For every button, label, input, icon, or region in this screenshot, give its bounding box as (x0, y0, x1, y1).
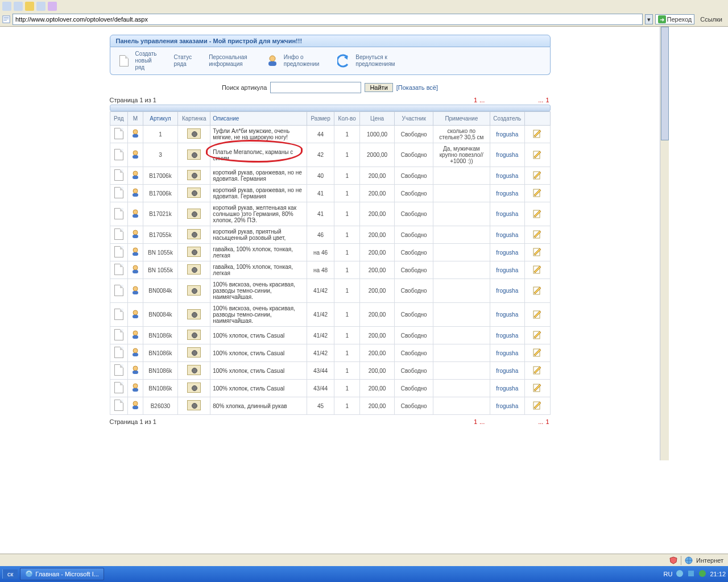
document-icon[interactable] (114, 169, 123, 181)
camera-icon[interactable] (187, 264, 201, 275)
camera-icon[interactable] (187, 188, 201, 198)
user-icon[interactable] (131, 174, 140, 181)
creator-link[interactable]: frogusha (496, 311, 518, 318)
edit-icon[interactable] (533, 369, 542, 376)
creator-link[interactable]: frogusha (496, 250, 518, 256)
edit-icon[interactable] (533, 133, 542, 139)
camera-icon[interactable] (187, 365, 201, 375)
camera-icon[interactable] (187, 209, 201, 219)
creator-link[interactable]: frogusha (496, 403, 518, 409)
search-input[interactable] (270, 82, 361, 93)
document-icon[interactable] (114, 264, 123, 275)
creator-link[interactable]: frogusha (496, 152, 518, 158)
address-input[interactable] (13, 14, 643, 25)
toolbar-icon[interactable] (2, 2, 11, 11)
document-icon[interactable] (114, 309, 123, 320)
user-icon[interactable] (131, 387, 140, 393)
go-button[interactable]: ➜Переход (655, 14, 695, 24)
user-icon[interactable] (131, 369, 140, 376)
user-icon[interactable] (131, 213, 140, 219)
search-button[interactable]: Найти (365, 83, 392, 92)
edit-icon[interactable] (533, 251, 542, 257)
pager-first[interactable]: 1 (473, 418, 478, 425)
creator-link[interactable]: frogusha (496, 232, 518, 238)
document-icon[interactable] (114, 187, 123, 198)
camera-icon[interactable] (187, 170, 201, 180)
camera-icon[interactable] (187, 149, 201, 160)
edit-icon[interactable] (533, 269, 542, 275)
user-icon[interactable] (131, 133, 140, 139)
creator-link[interactable]: frogusha (496, 288, 518, 294)
menu-create-row[interactable]: Создать новый ряд (113, 49, 160, 72)
user-icon[interactable] (131, 334, 140, 340)
edit-icon[interactable] (533, 334, 542, 340)
toolbar-icon[interactable] (25, 2, 34, 11)
document-icon[interactable] (114, 364, 123, 376)
document-icon[interactable] (114, 285, 123, 296)
camera-icon[interactable] (187, 285, 201, 296)
creator-link[interactable]: frogusha (496, 267, 518, 273)
document-icon[interactable] (114, 382, 123, 393)
camera-icon[interactable] (187, 347, 201, 357)
camera-icon[interactable] (187, 383, 201, 393)
creator-link[interactable]: frogusha (496, 190, 518, 197)
toolbar-icon[interactable] (36, 2, 46, 11)
document-icon[interactable] (114, 128, 123, 139)
edit-icon[interactable] (533, 387, 542, 393)
document-icon[interactable] (114, 347, 123, 358)
user-icon[interactable] (131, 251, 140, 257)
pager-first[interactable]: 1 (473, 97, 478, 103)
document-icon[interactable] (114, 246, 123, 257)
edit-icon[interactable] (533, 314, 542, 320)
edit-icon[interactable] (533, 174, 542, 181)
show-all-link[interactable]: [Показать всё] (396, 84, 438, 91)
document-icon[interactable] (114, 149, 123, 160)
camera-icon[interactable] (187, 309, 201, 319)
creator-link[interactable]: frogusha (496, 350, 518, 356)
user-icon[interactable] (131, 154, 140, 160)
document-icon[interactable] (114, 228, 123, 240)
camera-icon[interactable] (187, 229, 201, 239)
menu-status[interactable]: Статус ряда (171, 53, 196, 69)
user-icon[interactable] (131, 290, 140, 296)
document-icon[interactable] (114, 329, 123, 340)
creator-link[interactable]: frogusha (496, 332, 518, 339)
user-icon[interactable] (131, 352, 140, 358)
camera-icon[interactable] (187, 247, 201, 257)
menu-return[interactable]: Вернуться к предложениям (333, 52, 398, 70)
creator-link[interactable]: frogusha (496, 368, 518, 374)
document-icon[interactable] (114, 400, 123, 411)
toolbar-icon[interactable] (48, 2, 57, 11)
user-icon[interactable] (131, 192, 140, 198)
pager-last[interactable]: 1 (544, 418, 550, 425)
toolbar-icon[interactable] (14, 2, 23, 11)
menu-personal-info[interactable]: Персональная информация (205, 53, 251, 69)
vertical-scrollbar[interactable] (660, 27, 669, 460)
edit-icon[interactable] (533, 192, 542, 198)
creator-link[interactable]: frogusha (496, 131, 518, 138)
user-icon[interactable] (131, 234, 140, 240)
edit-icon[interactable] (533, 213, 542, 219)
camera-icon[interactable] (187, 330, 201, 340)
edit-icon[interactable] (533, 290, 542, 296)
user-icon[interactable] (131, 269, 140, 275)
creator-link[interactable]: frogusha (496, 173, 518, 179)
user-icon[interactable] (131, 405, 140, 411)
user-icon[interactable] (131, 314, 140, 320)
menu-offer-info[interactable]: Инфо о предложении (261, 52, 323, 70)
links-label[interactable]: Ссылки (697, 16, 726, 23)
edit-icon[interactable] (533, 352, 542, 358)
edit-icon[interactable] (533, 234, 542, 240)
th-artikul-link[interactable]: Артикул (150, 115, 171, 122)
document-icon[interactable] (114, 208, 123, 219)
camera-icon[interactable] (187, 128, 201, 139)
creator-link[interactable]: frogusha (496, 211, 518, 217)
edit-icon[interactable] (533, 154, 542, 160)
edit-icon[interactable] (533, 405, 542, 411)
address-dropdown-icon[interactable]: ▾ (645, 14, 653, 24)
th-desc-link[interactable]: Описание (213, 115, 239, 122)
pager-last[interactable]: 1 (544, 97, 550, 103)
camera-icon[interactable] (187, 400, 201, 410)
creator-link[interactable]: frogusha (496, 385, 518, 392)
scroll-thumb[interactable] (661, 27, 669, 140)
